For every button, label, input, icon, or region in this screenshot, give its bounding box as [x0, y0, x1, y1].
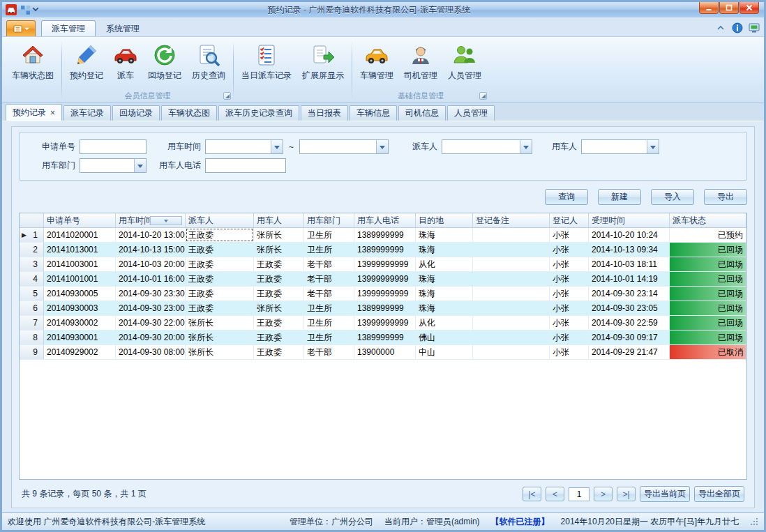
- cell-dept[interactable]: 老干部: [304, 272, 354, 286]
- doc-tab-staff-manage[interactable]: 人员管理: [447, 105, 495, 121]
- cell-use-time[interactable]: 2014-09-30 08:00: [116, 345, 186, 359]
- return-register-button[interactable]: 回场登记: [143, 40, 186, 90]
- export-all-pages-button[interactable]: 导出全部页: [694, 486, 744, 502]
- cell-destination[interactable]: 珠海: [416, 287, 473, 301]
- request-no-input[interactable]: [80, 139, 147, 154]
- vehicle-status-button[interactable]: 车辆状态图: [7, 40, 59, 90]
- cell-request-no[interactable]: 20140930003: [44, 301, 116, 315]
- cell-use-time[interactable]: 2014-09-30 23:30: [116, 287, 186, 301]
- dispatch-button[interactable]: 派车: [109, 40, 142, 90]
- close-button[interactable]: [739, 2, 759, 14]
- chevron-down-icon[interactable]: [647, 140, 659, 153]
- cell-remark[interactable]: [473, 316, 550, 330]
- cell-dept[interactable]: 老干部: [304, 257, 354, 271]
- use-time-to-select[interactable]: [299, 139, 389, 154]
- cell-status[interactable]: 已取消: [670, 345, 746, 359]
- cell-dept[interactable]: 卫生所: [304, 330, 354, 344]
- cell-use-time[interactable]: 2014-09-30 20:00: [116, 330, 186, 344]
- export-button[interactable]: 导出: [704, 189, 747, 205]
- column-header-accept-time[interactable]: 受理时间: [589, 213, 670, 227]
- cell-request-no[interactable]: 20140930005: [44, 287, 116, 301]
- cell-request-no[interactable]: 20140929002: [44, 345, 116, 359]
- cell-dispatcher[interactable]: 王政委: [186, 228, 254, 242]
- cell-remark[interactable]: [473, 257, 550, 271]
- skin-icon[interactable]: [749, 22, 760, 33]
- chevron-down-icon[interactable]: [376, 140, 388, 153]
- chevron-down-icon[interactable]: [134, 159, 146, 172]
- doc-tab-today-report[interactable]: 当日报表: [301, 105, 348, 121]
- today-dispatch-records-button[interactable]: 当日派车记录: [236, 40, 296, 90]
- cell-phone[interactable]: 1389999999: [354, 330, 416, 344]
- column-header-dispatcher[interactable]: 派车人: [186, 213, 254, 227]
- cell-phone[interactable]: 1389999999: [354, 301, 416, 315]
- cell-destination[interactable]: 佛山: [416, 330, 473, 344]
- extend-screen-button[interactable]: 扩展屏显示: [297, 40, 349, 90]
- cell-user[interactable]: 王政委: [254, 272, 304, 286]
- cell-phone[interactable]: 1389999999: [354, 243, 416, 257]
- table-row[interactable]: 5201409300052014-09-30 23:30王政委王政委老干部139…: [20, 287, 746, 301]
- table-row[interactable]: ▶1201410200012014-10-20 13:00王政委张所长卫生所13…: [20, 228, 746, 243]
- cell-dispatcher[interactable]: 张所长: [186, 330, 254, 344]
- cell-status[interactable]: 已回场: [670, 243, 746, 257]
- row-header[interactable]: 9: [20, 345, 44, 359]
- cell-use-time[interactable]: 2014-10-13 15:00: [116, 243, 186, 257]
- table-row[interactable]: 2201410130012014-10-13 15:00王政委张所长卫生所138…: [20, 243, 746, 257]
- column-header-phone[interactable]: 用车人电话: [354, 213, 416, 227]
- chevron-down-icon[interactable]: [271, 140, 283, 153]
- cell-request-no[interactable]: 20141001001: [44, 272, 116, 286]
- cell-accept-time[interactable]: 2014-10-20 10:24: [589, 228, 670, 242]
- table-row[interactable]: 6201409300032014-09-30 23:00王政委张所长卫生所138…: [20, 301, 746, 316]
- first-page-button[interactable]: |<: [523, 487, 541, 501]
- chevron-down-icon[interactable]: [520, 140, 532, 153]
- cell-dept[interactable]: 卫生所: [304, 243, 354, 257]
- row-header[interactable]: 8: [20, 330, 44, 344]
- table-row[interactable]: 7201409300022014-09-30 22:00张所长王政委卫生所139…: [20, 316, 746, 330]
- user-select[interactable]: [581, 139, 659, 154]
- history-query-button[interactable]: 历史查询: [187, 40, 230, 90]
- column-filter-icon[interactable]: [150, 216, 183, 225]
- cell-user[interactable]: 张所长: [254, 228, 304, 242]
- main-menu-button[interactable]: [6, 20, 36, 36]
- cell-dept[interactable]: 卫生所: [304, 301, 354, 315]
- column-header-request-no[interactable]: 申请单号: [44, 213, 116, 227]
- cell-destination[interactable]: 珠海: [416, 272, 473, 286]
- cell-registrar[interactable]: 小张: [550, 301, 589, 315]
- import-button[interactable]: 导入: [651, 189, 694, 205]
- row-header[interactable]: 7: [20, 316, 44, 330]
- use-time-from-select[interactable]: [205, 139, 283, 154]
- cell-request-no[interactable]: 20141020001: [44, 228, 116, 242]
- row-header[interactable]: 6: [20, 301, 44, 315]
- cell-accept-time[interactable]: 2014-09-30 22:59: [589, 316, 670, 330]
- next-page-button[interactable]: >: [594, 487, 613, 501]
- page-input[interactable]: [569, 487, 589, 501]
- cell-use-time[interactable]: 2014-10-01 16:00: [116, 272, 186, 286]
- cell-registrar[interactable]: 小张: [550, 228, 589, 242]
- cell-user[interactable]: 王政委: [254, 345, 304, 359]
- export-current-page-button[interactable]: 导出当前页: [640, 486, 690, 502]
- cell-accept-time[interactable]: 2014-10-01 14:19: [589, 272, 670, 286]
- row-header[interactable]: 3: [20, 257, 44, 271]
- cell-user[interactable]: 王政委: [254, 330, 304, 344]
- cell-status[interactable]: 已回场: [670, 287, 746, 301]
- cell-destination[interactable]: 从化: [416, 257, 473, 271]
- doc-tab-return-records[interactable]: 回场记录: [112, 105, 160, 121]
- table-row[interactable]: 8201409300012014-09-30 20:00张所长王政委卫生所138…: [20, 330, 746, 345]
- cell-phone[interactable]: 13999999999: [354, 257, 416, 271]
- minimize-button[interactable]: [699, 2, 719, 14]
- query-button[interactable]: 查询: [545, 189, 588, 205]
- doc-tab-driver-info[interactable]: 司机信息: [398, 105, 446, 121]
- vehicle-manage-button[interactable]: 车辆管理: [355, 40, 398, 90]
- doc-tab-vehicle-info[interactable]: 车辆信息: [350, 105, 397, 121]
- cell-phone[interactable]: 13999999999: [354, 272, 416, 286]
- cell-dispatcher[interactable]: 张所长: [186, 345, 254, 359]
- cell-registrar[interactable]: 小张: [550, 243, 589, 257]
- driver-manage-button[interactable]: 司机管理: [399, 40, 442, 90]
- collapse-ribbon-icon[interactable]: [715, 22, 726, 33]
- cell-status[interactable]: 已回场: [670, 330, 746, 344]
- cell-dispatcher[interactable]: 张所长: [186, 316, 254, 330]
- dept-select[interactable]: [80, 158, 147, 173]
- cell-remark[interactable]: [473, 301, 550, 315]
- cell-destination[interactable]: 珠海: [416, 228, 473, 242]
- column-header-dept[interactable]: 用车部门: [304, 213, 354, 227]
- cell-accept-time[interactable]: 2014-10-13 09:34: [589, 243, 670, 257]
